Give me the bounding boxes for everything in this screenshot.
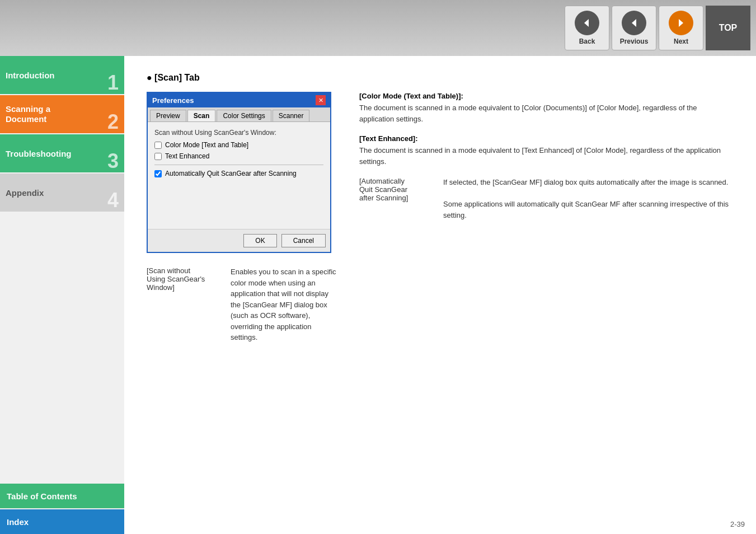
sidebar-bottom: Table of Contents Index <box>0 484 124 534</box>
toc-label: Table of Contents <box>7 491 77 501</box>
sidebar: Introduction 1 Scanning aDocument 2 Trou… <box>0 56 124 534</box>
previous-icon <box>622 11 646 35</box>
tab-scan[interactable]: Scan <box>187 110 216 121</box>
next-label: Next <box>674 38 688 45</box>
previous-label: Previous <box>620 38 649 45</box>
dialog-separator <box>154 165 323 165</box>
next-icon <box>669 11 693 35</box>
checkbox-color-mode: Color Mode [Text and Table] <box>154 141 323 149</box>
right-desc-def-3: If selected, the [ScanGear MF] dialog bo… <box>443 177 734 221</box>
right-desc-def-1: The document is scanned in a mode equiva… <box>359 102 734 124</box>
cancel-button[interactable]: Cancel <box>281 234 326 247</box>
desc-row-scan-without: [Scan withoutUsing ScanGear'sWindow] Ena… <box>147 266 337 343</box>
tab-scanner[interactable]: Scanner <box>273 110 310 121</box>
sidebar-item-label: Appendix <box>6 188 44 198</box>
sidebar-item-number: 1 <box>107 73 119 93</box>
back-label: Back <box>579 38 595 45</box>
dialog-titlebar: Preferences ✕ <box>148 93 330 107</box>
sidebar-item-number: 4 <box>107 190 119 210</box>
main-content: ● [Scan] Tab Preferences ✕ Preview Scan … <box>124 56 756 534</box>
checkbox-color-mode-label: Color Mode [Text and Table] <box>165 141 248 149</box>
svg-marker-1 <box>632 19 636 27</box>
page-number: 2-39 <box>730 520 745 528</box>
preferences-dialog: Preferences ✕ Preview Scan Color Setting… <box>147 92 331 253</box>
sidebar-item-label: Scanning aDocument <box>6 104 50 124</box>
svg-marker-0 <box>584 19 589 27</box>
header: Back Previous Next TOP <box>0 0 756 56</box>
right-desc-term-2: [Text Enhanced]: <box>359 134 734 143</box>
right-desc-text-enhanced: [Text Enhanced]: The document is scanned… <box>359 134 734 167</box>
dialog-close-button[interactable]: ✕ <box>316 95 326 105</box>
top-label: TOP <box>719 23 738 33</box>
top-button[interactable]: TOP <box>706 6 750 50</box>
svg-marker-2 <box>679 19 683 27</box>
sidebar-item-appendix[interactable]: Appendix 4 <box>0 174 124 212</box>
dialog-section-label: Scan without Using ScanGear's Window: <box>154 129 323 137</box>
dialog-tabs: Preview Scan Color Settings Scanner <box>148 107 330 122</box>
checkbox-text-enhanced: Text Enhanced <box>154 152 323 160</box>
dialog-body: Scan without Using ScanGear's Window: Co… <box>148 122 330 184</box>
sidebar-item-scanning[interactable]: Scanning aDocument 2 <box>0 95 124 133</box>
tab-preview[interactable]: Preview <box>150 110 186 121</box>
right-desc-auto-quit: [AutomaticallyQuit ScanGearafter Scannin… <box>359 177 734 221</box>
left-column: Preferences ✕ Preview Scan Color Setting… <box>147 92 337 351</box>
table-of-contents-button[interactable]: Table of Contents <box>0 484 124 508</box>
right-desc-def-2: The document is scanned in a mode equiva… <box>359 145 734 167</box>
previous-button[interactable]: Previous <box>612 6 656 50</box>
dialog-title: Preferences <box>152 96 194 105</box>
back-icon <box>575 11 599 35</box>
ok-button[interactable]: OK <box>243 234 276 247</box>
right-desc-term-1: [Color Mode (Text and Table)]: <box>359 92 734 100</box>
back-button[interactable]: Back <box>565 6 609 50</box>
auto-quit-checkbox-input[interactable] <box>154 170 162 177</box>
desc-def: Enables you to scan in a specific color … <box>231 266 337 343</box>
dialog-buttons: OK Cancel <box>148 229 330 252</box>
sidebar-item-number: 3 <box>107 151 119 171</box>
sidebar-item-number: 2 <box>107 112 119 132</box>
sidebar-item-introduction[interactable]: Introduction 1 <box>0 56 124 94</box>
sidebar-item-label: Troubleshooting <box>6 149 72 158</box>
section-title: ● [Scan] Tab <box>147 73 734 83</box>
right-column: [Color Mode (Text and Table)]: The docum… <box>359 92 734 351</box>
checkbox-text-enhanced-input[interactable] <box>154 153 162 160</box>
description-table: [Scan withoutUsing ScanGear'sWindow] Ena… <box>147 266 337 343</box>
index-label: Index <box>7 517 29 527</box>
nav-buttons: Back Previous Next TOP <box>565 6 750 50</box>
content-area: Preferences ✕ Preview Scan Color Setting… <box>147 92 734 351</box>
auto-quit-checkbox-row: Automatically Quit ScanGear after Scanni… <box>154 170 323 177</box>
right-desc-term-3: [AutomaticallyQuit ScanGearafter Scannin… <box>359 177 432 221</box>
checkbox-text-enhanced-label: Text Enhanced <box>165 152 209 160</box>
desc-term: [Scan withoutUsing ScanGear'sWindow] <box>147 266 219 343</box>
right-desc-color-mode: [Color Mode (Text and Table)]: The docum… <box>359 92 734 124</box>
sidebar-item-label: Introduction <box>6 71 54 80</box>
sidebar-item-troubleshooting[interactable]: Troubleshooting 3 <box>0 134 124 172</box>
auto-quit-label: Automatically Quit ScanGear after Scanni… <box>165 170 297 177</box>
next-button[interactable]: Next <box>659 6 703 50</box>
index-button[interactable]: Index <box>0 509 124 534</box>
checkbox-color-mode-input[interactable] <box>154 142 162 149</box>
tab-color-settings[interactable]: Color Settings <box>217 110 271 121</box>
